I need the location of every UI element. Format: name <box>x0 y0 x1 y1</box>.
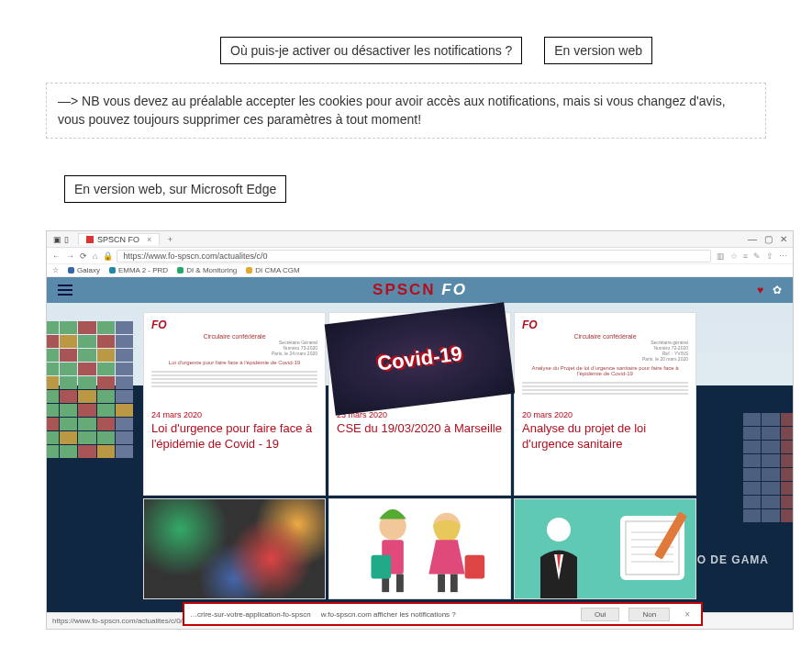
article-card[interactable]: FO Circulaire confédérale Secrétaire Gén… <box>143 312 326 496</box>
fo-logo-icon: FO <box>151 318 167 331</box>
window-close-button[interactable]: ✕ <box>780 234 787 244</box>
menu-icon[interactable] <box>58 285 72 296</box>
article-card[interactable] <box>514 498 696 599</box>
thin-tab-icon[interactable]: ▯ <box>61 235 71 244</box>
edge-logo-icon: ▣ <box>52 235 61 244</box>
doc-nb-text: —> NB vous devez au préalable accepter l… <box>58 94 726 127</box>
address-bar-row: ← → ⟳ ⌂ 🔒 https://www.fo-spscn.com/actua… <box>47 248 793 264</box>
doc-web-version-text: En version web <box>554 43 642 58</box>
tab-favicon-icon <box>86 236 94 243</box>
svg-rect-8 <box>450 575 458 593</box>
nav-home-icon[interactable]: ⌂ <box>93 251 97 261</box>
article-title: CSE du 19/03/2020 à Marseille <box>337 421 503 437</box>
gear-icon[interactable]: ✿ <box>773 284 782 296</box>
svg-rect-5 <box>371 555 391 579</box>
addr-share-icon[interactable]: ⇪ <box>766 251 773 261</box>
browser-title-bar: ▣ ▯ SPSCN FO × + — ▢ ✕ <box>47 231 793 248</box>
notification-yes-button[interactable]: Oui <box>581 608 619 621</box>
lock-icon: 🔒 <box>103 251 113 261</box>
doc-web-version-box: En version web <box>544 37 652 64</box>
notification-no-button[interactable]: Non <box>628 608 670 621</box>
article-title: Loi d'urgence pour faire face à l'épidém… <box>151 421 317 452</box>
notification-context: …crire-sur-votre-application-fo-spscn <box>190 610 311 619</box>
bookmark-di-cma[interactable]: DI CMA CGM <box>246 266 299 274</box>
site-brand: SPSCN FO <box>373 281 467 299</box>
bookmarks-star-icon[interactable]: ☆ <box>52 266 59 274</box>
marbles-image <box>144 499 325 598</box>
bookmark-galaxy[interactable]: Galaxy <box>68 266 100 274</box>
notification-close-button[interactable]: × <box>679 609 695 620</box>
bookmark-emma[interactable]: EMMA 2 - PRD <box>109 266 168 274</box>
bookmark-di-mon[interactable]: DI & Monitoring <box>177 266 237 274</box>
doc-edge-text: En version web, sur Microsoft Edge <box>74 182 276 196</box>
article-card[interactable] <box>143 498 326 599</box>
doc-nb-box: —> NB vous devez au préalable accepter l… <box>46 83 766 139</box>
doc-question-text: Où puis-je activer ou désactiver les not… <box>230 43 512 58</box>
addr-hub-icon[interactable]: ≡ <box>743 251 748 261</box>
svg-rect-4 <box>396 575 404 593</box>
ship-hull-text: CO DE GAMA <box>688 553 769 566</box>
doc-line: Analyse du Projet de loi d'urgence sanit… <box>522 365 688 376</box>
addr-star-icon[interactable]: ☆ <box>730 251 738 261</box>
fo-logo-icon: FO <box>522 318 538 331</box>
address-bar[interactable]: https://www.fo-spscn.com/actualites/c/0 <box>117 250 710 262</box>
window-max-button[interactable]: ▢ <box>764 234 773 244</box>
browser-window: ▣ ▯ SPSCN FO × + — ▢ ✕ ← → ⟳ ⌂ 🔒 https:/… <box>46 230 794 630</box>
doc-question-box: Où puis-je activer ou désactiver les not… <box>220 37 522 64</box>
doc-edge-box: En version web, sur Microsoft Edge <box>64 175 286 203</box>
nav-forward-icon[interactable]: → <box>66 251 74 261</box>
svg-rect-0 <box>329 499 509 598</box>
notification-text: w.fo-spscn.com afficher les notification… <box>321 610 456 619</box>
site-viewport: CO DE GAMA SPSCN FO ♥ ✿ FO Circulaire co… <box>47 277 793 612</box>
site-header: SPSCN FO ♥ ✿ <box>47 277 793 303</box>
kids-image <box>329 499 510 598</box>
addr-book-icon[interactable]: ▥ <box>717 251 725 261</box>
article-title: Analyse du projet de loi d'urgence sanit… <box>522 421 688 452</box>
nav-reload-icon[interactable]: ⟳ <box>80 251 87 261</box>
article-card[interactable]: Covid-19 23 mars 2020 CSE du 19/03/2020 … <box>328 312 511 496</box>
covid-image: Covid-19 <box>325 303 516 416</box>
svg-point-10 <box>547 518 571 542</box>
addr-note-icon[interactable]: ✎ <box>753 251 761 261</box>
nav-back-icon[interactable]: ← <box>52 251 61 261</box>
bookmarks-bar: ☆ Galaxy EMMA 2 - PRD DI & Monitoring DI… <box>47 264 793 277</box>
doc-header: Circulaire confédérale <box>522 333 688 340</box>
article-card[interactable]: FO Circulaire confédérale Secrétaire gén… <box>514 312 696 496</box>
notification-prompt: …crire-sur-votre-application-fo-spscn w.… <box>183 602 703 626</box>
window-min-button[interactable]: — <box>748 234 757 244</box>
doc-header: Circulaire confédérale <box>151 333 317 340</box>
tab-label: SPSCN FO <box>97 235 139 244</box>
article-card[interactable] <box>328 498 511 599</box>
suit-image <box>515 499 695 598</box>
svg-rect-9 <box>465 555 485 579</box>
tab-add-button[interactable]: + <box>163 233 176 246</box>
svg-rect-7 <box>438 575 445 593</box>
doc-subheader: Secrétaire général Numéro 72-2020 Réf. :… <box>522 340 688 362</box>
heart-icon[interactable]: ♥ <box>757 284 763 296</box>
article-grid: FO Circulaire confédérale Secrétaire Gén… <box>143 312 696 612</box>
doc-subheader: Secrétaire Général Numéro 73-2020 Paris,… <box>151 340 317 356</box>
article-date: 24 mars 2020 <box>151 410 317 419</box>
article-date: 20 mars 2020 <box>522 410 688 419</box>
browser-tab[interactable]: SPSCN FO × <box>78 233 160 245</box>
tab-close-icon[interactable]: × <box>147 235 151 244</box>
addr-more-icon[interactable]: ⋯ <box>779 251 787 261</box>
doc-line: Loi d'urgence pour faire face à l'épidém… <box>151 360 317 365</box>
